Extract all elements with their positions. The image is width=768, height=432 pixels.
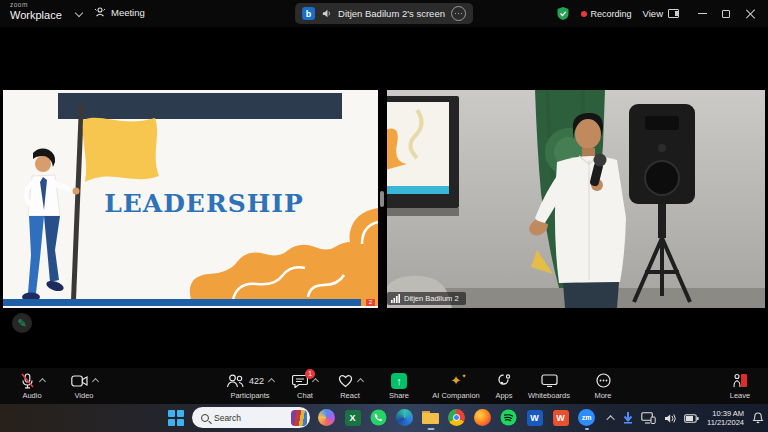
clock-time: 10:39 AM	[707, 409, 744, 418]
open-app-indicator	[585, 428, 589, 430]
participants-icon	[226, 374, 244, 388]
tray-battery-icon[interactable]	[684, 414, 699, 423]
video-options-chevron[interactable]	[91, 378, 98, 385]
taskbar-chrome-icon[interactable]	[447, 408, 466, 427]
tray-volume-icon[interactable]	[664, 413, 676, 424]
microphone-muted-icon	[20, 373, 35, 389]
apps-label: Apps	[495, 391, 512, 400]
view-label: View	[643, 8, 663, 19]
security-shield-icon[interactable]	[556, 6, 570, 21]
audio-label: Audio	[22, 391, 41, 400]
notification-bell-icon[interactable]	[752, 412, 764, 424]
excel-icon: X	[345, 410, 361, 426]
taskbar-spotify-icon[interactable]	[499, 408, 518, 427]
minimize-button[interactable]	[690, 0, 714, 27]
edge-icon	[396, 409, 413, 426]
participant-name: Ditjen Badilum 2	[404, 294, 459, 303]
taskbar-search-input[interactable]: Search	[192, 407, 310, 428]
meeting-tab-label: Meeting	[111, 7, 145, 18]
heart-icon	[338, 374, 353, 388]
pencil-icon: ✎	[17, 317, 26, 330]
video-camera-icon	[71, 375, 88, 387]
whatsapp-icon	[370, 409, 387, 426]
chevron-down-icon[interactable]	[75, 9, 83, 17]
tray-hidden-icons-chevron[interactable]	[606, 415, 614, 423]
windows-taskbar: Search X	[0, 404, 768, 432]
close-button[interactable]	[738, 0, 762, 27]
view-button[interactable]: View	[643, 8, 679, 19]
annotate-draw-button[interactable]: ✎	[12, 313, 32, 333]
speaker-video-tile[interactable]: Ditjen Badilum 2	[387, 90, 765, 308]
zoom-workplace-brand[interactable]: zoom Workplace	[10, 2, 62, 21]
file-explorer-icon	[422, 411, 439, 424]
tab-meeting[interactable]: Meeting	[94, 6, 145, 18]
meeting-icon	[94, 6, 106, 18]
search-icon	[201, 414, 209, 422]
taskbar-clock[interactable]: 10:39 AM 11/21/2024	[707, 409, 744, 428]
more-label: More	[594, 391, 611, 400]
search-placeholder: Search	[214, 413, 286, 423]
leave-label: Leave	[730, 391, 750, 400]
word-icon: W	[527, 410, 543, 426]
recording-label: Recording	[591, 9, 632, 19]
leave-button[interactable]: Leave	[704, 372, 768, 400]
slide-title: LEADERSHIP	[61, 189, 347, 218]
firefox-icon	[474, 409, 491, 426]
speaker-video-scene	[387, 90, 765, 308]
zoom-meeting-window: zoom Workplace Meeting b Ditjen Badilum …	[0, 0, 768, 432]
video-label: Video	[74, 391, 93, 400]
whiteboards-label: Whiteboards	[528, 391, 570, 400]
view-layout-icon	[668, 9, 679, 18]
taskbar-copilot-icon[interactable]	[317, 408, 336, 427]
slide-bottom-bar	[3, 299, 361, 306]
panel-resize-handle[interactable]	[380, 191, 384, 207]
audio-options-chevron[interactable]	[38, 378, 45, 385]
taskbar-file-explorer-icon[interactable]	[421, 408, 440, 427]
react-label: React	[340, 391, 360, 400]
clock-date: 11/21/2024	[707, 418, 744, 427]
copilot-icon	[318, 409, 335, 426]
apps-icon	[497, 373, 512, 388]
spotify-icon	[500, 409, 517, 426]
participants-label: Participants	[230, 391, 269, 400]
recording-indicator: Recording	[581, 9, 632, 19]
more-ellipsis-icon	[596, 373, 611, 388]
participant-name-tag: Ditjen Badilum 2	[387, 292, 466, 305]
tray-download-arrow-icon[interactable]	[623, 412, 633, 424]
taskbar-whatsapp-icon[interactable]	[369, 408, 388, 427]
shared-screen-pill[interactable]: b Ditjen Badilum 2's screen	[295, 3, 473, 24]
taskbar-w-app-icon[interactable]: W	[551, 408, 570, 427]
audio-speaker-icon	[321, 8, 332, 19]
zoom-app-icon: zm	[578, 409, 595, 426]
maximize-button[interactable]	[714, 0, 738, 27]
audio-level-icon	[391, 294, 400, 303]
taskbar-excel-icon[interactable]: X	[343, 408, 362, 427]
share-arrow-icon: ↑	[396, 375, 402, 387]
taskbar-word-icon[interactable]: W	[525, 408, 544, 427]
leave-door-icon	[732, 373, 748, 388]
chat-label: Chat	[297, 391, 313, 400]
search-daily-image	[291, 410, 307, 426]
shared-screen-video-tile[interactable]: LEADERSHIP 2	[3, 90, 378, 308]
start-button[interactable]	[166, 408, 185, 427]
chrome-center-dot	[453, 414, 460, 421]
tray-cast-display-icon[interactable]	[641, 412, 656, 424]
taskbar-edge-icon[interactable]	[395, 408, 414, 427]
brand-workplace-label: Workplace	[10, 10, 62, 21]
share-label: Share	[389, 391, 409, 400]
taskbar-zoom-icon[interactable]: zm	[577, 408, 596, 427]
video-button[interactable]: Video	[48, 372, 120, 400]
open-app-indicator	[427, 428, 434, 430]
ai-sparkle-icon: ✦✦	[451, 374, 462, 387]
meeting-toolbar: Audio Video 422	[0, 368, 768, 404]
recording-dot-icon	[581, 11, 587, 17]
more-button[interactable]: More	[567, 372, 639, 400]
windows-logo-icon	[167, 409, 184, 426]
brand-zoom-label: zoom	[10, 2, 62, 9]
pill-more-options-button[interactable]	[451, 6, 466, 21]
whiteboard-icon	[541, 374, 558, 387]
slide-page-number: 2	[366, 299, 375, 306]
taskbar-firefox-icon[interactable]	[473, 408, 492, 427]
shared-screen-label: Ditjen Badilum 2's screen	[338, 8, 445, 19]
w-app-icon: W	[553, 410, 569, 426]
